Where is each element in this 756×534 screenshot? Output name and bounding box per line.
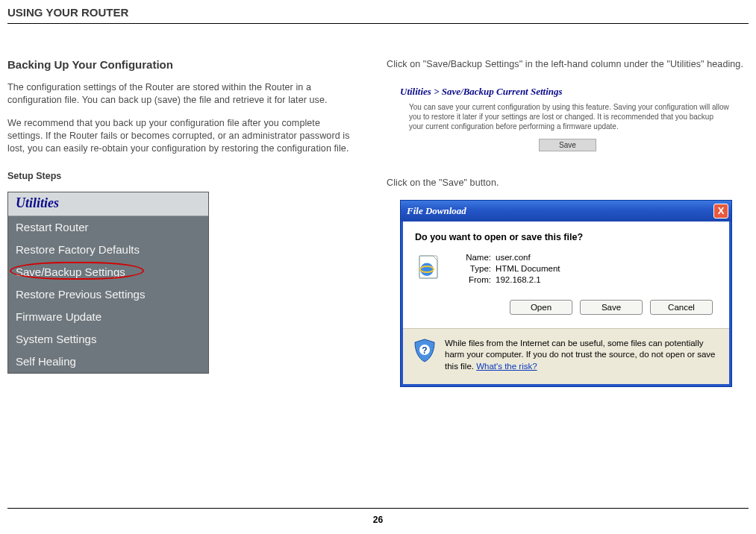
sidebar-item-self-healing[interactable]: Self Healing bbox=[8, 351, 208, 373]
cancel-button[interactable]: Cancel bbox=[650, 300, 713, 315]
sidebar-item-restore-previous[interactable]: Restore Previous Settings bbox=[8, 283, 208, 306]
value-name: user.conf bbox=[496, 253, 531, 262]
dialog-question: Do you want to open or save this file? bbox=[403, 222, 729, 250]
sidebar-item-save-backup[interactable]: Save/Backup Settings bbox=[8, 261, 208, 283]
dialog-warning: While files from the Internet can be use… bbox=[445, 338, 717, 373]
sidebar-item-system-settings[interactable]: System Settings bbox=[8, 328, 208, 351]
config-intro-2: We recommend that you back up your confi… bbox=[7, 117, 354, 155]
sidebar-item-firmware[interactable]: Firmware Update bbox=[8, 306, 208, 328]
file-download-dialog: File Download X Do you want to open or s… bbox=[400, 200, 732, 388]
utilities-header: Utilities bbox=[8, 192, 208, 216]
label-from: From: bbox=[455, 275, 491, 284]
whats-the-risk-link[interactable]: What's the risk? bbox=[476, 362, 537, 371]
open-button[interactable]: Open bbox=[510, 300, 572, 315]
sidebar-item-restore-defaults[interactable]: Restore Factory Defaults bbox=[8, 239, 208, 261]
value-from: 192.168.2.1 bbox=[496, 275, 541, 284]
config-intro-1: The configuration settings of the Router… bbox=[7, 81, 354, 107]
label-type: Type: bbox=[455, 264, 491, 273]
dialog-title: File Download bbox=[407, 205, 466, 217]
value-type: HTML Document bbox=[496, 264, 560, 273]
left-column: Backing Up Your Configuration The config… bbox=[7, 58, 354, 387]
feature-description: You can save your current configuration … bbox=[409, 102, 730, 131]
page-header: USING YOUR ROUTER bbox=[7, 6, 749, 23]
right-column: Click on "Save/Backup Settings" in the l… bbox=[387, 58, 749, 387]
label-name: Name: bbox=[455, 253, 491, 262]
instruction-2: Click on the "Save" button. bbox=[387, 177, 749, 189]
save-button-web[interactable]: Save bbox=[539, 139, 596, 151]
section-title: Backing Up Your Configuration bbox=[7, 58, 354, 71]
ie-document-icon bbox=[415, 254, 442, 281]
setup-steps-heading: Setup Steps bbox=[7, 171, 354, 181]
close-button[interactable]: X bbox=[713, 204, 728, 219]
breadcrumb-heading: Utilities > Save/Backup Current Settings bbox=[400, 86, 749, 98]
instruction-1: Click on "Save/Backup Settings" in the l… bbox=[387, 58, 749, 71]
svg-text:?: ? bbox=[422, 345, 427, 356]
sidebar-item-restart[interactable]: Restart Router bbox=[8, 216, 208, 239]
footer-rule bbox=[7, 508, 749, 509]
dialog-titlebar: File Download X bbox=[401, 201, 731, 222]
sidebar-item-label: Save/Backup Settings bbox=[16, 266, 125, 278]
close-icon: X bbox=[718, 205, 725, 216]
save-button[interactable]: Save bbox=[580, 300, 643, 315]
shield-icon: ? bbox=[412, 338, 437, 363]
utilities-panel: Utilities Restart Router Restore Factory… bbox=[7, 192, 209, 374]
header-rule bbox=[7, 23, 749, 24]
page-number: 26 bbox=[0, 515, 756, 525]
